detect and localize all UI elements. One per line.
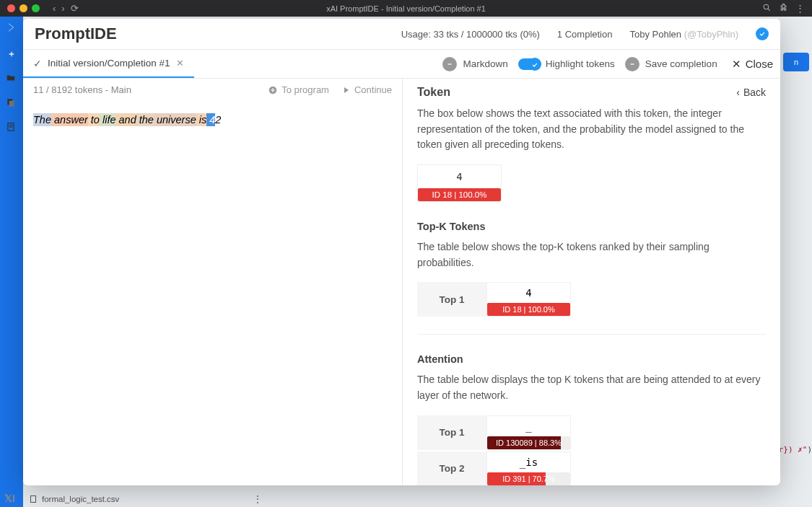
toggle-off-icon (625, 57, 639, 71)
window-close[interactable] (7, 4, 15, 12)
xai-logo: 𝕏I (4, 493, 15, 504)
topk-title: Top-K Tokens (417, 221, 766, 232)
topk-token-cell[interactable]: _ID 130089 | 88.3% (486, 415, 571, 450)
topk-row: Top 14ID 18 | 100.0% (417, 282, 766, 317)
user-name[interactable]: Toby Pohlen (@TobyPhln) (629, 29, 738, 40)
bg-file-tab[interactable]: formal_logic_test.csv ⋮ (29, 494, 262, 504)
browser-tab-title: xAI PromptIDE - Initial version/Completi… (326, 4, 486, 13)
token-life[interactable]: life (100, 113, 116, 126)
rail-prompt-icon[interactable] (5, 21, 18, 34)
app-title: PromptIDE (35, 25, 117, 43)
rail-files-icon[interactable] (6, 97, 17, 109)
token-description: The box below shows the text associated … (417, 106, 766, 153)
nav-forward-icon[interactable]: › (61, 3, 64, 14)
token-count: 11 / 8192 tokens - Main (33, 84, 131, 95)
svg-line-1 (768, 9, 770, 11)
close-button[interactable]: ✕ Close (732, 58, 773, 71)
attention-title: Attention (417, 353, 766, 365)
chevron-left-icon: ‹ (736, 87, 740, 98)
token-to[interactable]: to (88, 113, 100, 126)
topk-row: Top 1_ID 130089 | 88.3% (417, 415, 766, 450)
rail-add-icon[interactable] (6, 48, 17, 60)
topk-token-text: _ (487, 416, 570, 436)
prompt-editor[interactable]: The answer to life and the universe is 4… (23, 101, 402, 138)
tab-completion[interactable]: ✓ Initial version/Completion #1 ✕ (23, 50, 194, 78)
token-universe[interactable]: universe (154, 113, 196, 126)
traffic-lights (7, 4, 40, 12)
completion-modal: PromptIDE Usage: 33 tks / 1000000 tks (0… (23, 19, 780, 485)
rail-folder-icon[interactable] (6, 73, 17, 84)
topk-rank-label: Top 1 (417, 282, 486, 317)
token-prob-bar: ID 18 | 100.0% (418, 188, 501, 201)
toggle-on-icon (518, 58, 540, 70)
tab-label: Initial version/Completion #1 (48, 58, 170, 69)
panel-title: Token (417, 86, 450, 99)
markdown-toggle[interactable]: Markdown (442, 57, 507, 71)
token-4-selected[interactable]: 4 (206, 113, 215, 126)
topk-rank-label: Top 1 (417, 415, 486, 450)
back-button[interactable]: ‹ Back (736, 87, 766, 98)
topk-token-cell[interactable]: _isID 391 | 70.7% (486, 451, 571, 485)
window-maximize[interactable] (32, 4, 40, 12)
topk-prob-bar: ID 391 | 70.7% (487, 472, 570, 485)
svg-rect-8 (31, 496, 36, 503)
sync-status-icon (756, 27, 769, 40)
token-is[interactable]: is (196, 113, 207, 126)
topk-row: Top 2_isID 391 | 70.7% (417, 451, 766, 485)
svg-point-0 (764, 4, 769, 9)
extensions-icon[interactable] (779, 3, 788, 14)
window-minimize[interactable] (19, 4, 27, 12)
nav-back-icon[interactable]: ‹ (53, 3, 56, 14)
token-the[interactable]: The (33, 113, 51, 126)
token-text: 4 (418, 165, 501, 188)
search-icon[interactable] (762, 3, 772, 14)
svg-rect-4 (9, 101, 14, 107)
token-info-box: 4 ID 18 | 100.0% (417, 164, 502, 202)
topk-rank-label: Top 2 (417, 451, 486, 485)
topk-prob-bar: ID 130089 | 88.3% (487, 436, 570, 449)
token-the2[interactable]: the (136, 113, 154, 126)
continue-button[interactable]: Continue (342, 84, 392, 95)
topk-token-text: 4 (487, 283, 570, 303)
completion-count[interactable]: 1 Completion (557, 29, 613, 40)
topk-token-text: _is (487, 452, 570, 472)
check-icon: ✓ (33, 58, 42, 69)
to-program-button[interactable]: To program (268, 84, 329, 95)
browser-chrome: ‹ › ⟳ xAI PromptIDE - Initial version/Co… (0, 0, 812, 17)
usage-text: Usage: 33 tks / 1000000 tks (0%) (401, 29, 540, 40)
bg-login-button[interactable]: n (783, 53, 809, 71)
browser-menu-icon[interactable]: ⋮ (795, 3, 805, 14)
attention-desc: The table below displays the top K token… (417, 372, 766, 403)
token-2[interactable]: 2 (215, 113, 221, 126)
topk-prob-bar: ID 18 | 100.0% (487, 303, 570, 316)
highlight-toggle[interactable]: Highlight tokens (518, 58, 615, 70)
close-icon: ✕ (732, 58, 741, 71)
rail-doc-icon[interactable] (6, 122, 17, 133)
tab-close-icon[interactable]: ✕ (176, 58, 184, 69)
toggle-off-icon (442, 57, 457, 71)
nav-reload-icon[interactable]: ⟳ (71, 3, 79, 14)
svg-marker-12 (344, 87, 349, 93)
topk-desc: The table below shows the top-K tokens r… (417, 239, 766, 270)
token-answer[interactable]: answer (51, 113, 88, 126)
token-and[interactable]: and (115, 113, 136, 126)
topk-token-cell[interactable]: 4ID 18 | 100.0% (486, 282, 571, 317)
save-completion-toggle[interactable]: Save completion (625, 57, 717, 71)
